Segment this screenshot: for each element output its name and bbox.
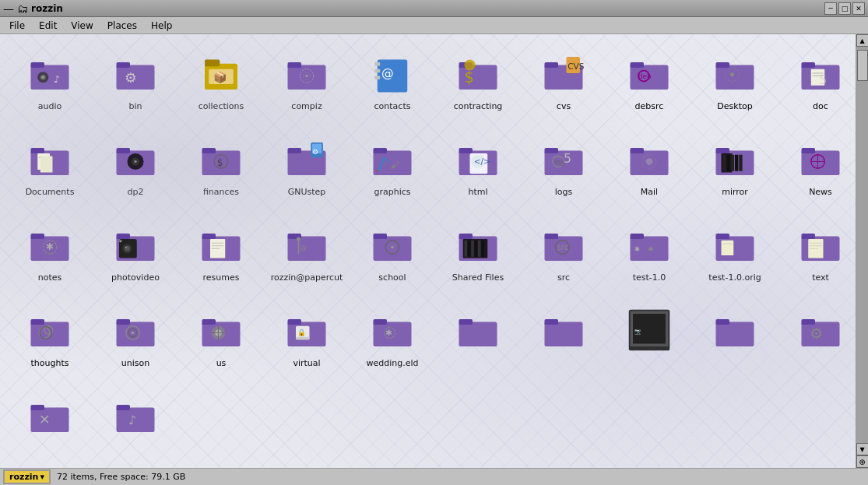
title-bar-controls: ─ □ ✕ (824, 2, 865, 15)
svg-rect-190 (31, 405, 45, 410)
file-item-virtual[interactable]: 🔒virtual (265, 299, 349, 385)
svg-rect-88 (727, 155, 730, 171)
file-icon-src: src (539, 220, 589, 269)
file-item-graphics[interactable]: 🖌graphics (350, 128, 434, 213)
scrollbar-thumb[interactable] (857, 50, 868, 81)
location-dropdown-icon[interactable]: ▾ (40, 472, 44, 482)
window-collapse-icon[interactable]: — (3, 2, 14, 15)
file-item-bottom7[interactable]: ♪ (93, 385, 177, 460)
file-item-doc[interactable]: 5doc (778, 42, 856, 128)
maximize-button[interactable]: □ (838, 2, 851, 15)
file-icon-compiz (282, 48, 332, 98)
minimize-button[interactable]: ─ (824, 2, 837, 15)
file-icon-Desktop (710, 48, 760, 98)
file-item-contacts[interactable]: @contacts (350, 42, 434, 128)
file-icon-doc: 5 (796, 48, 845, 98)
svg-rect-1 (31, 62, 45, 68)
svg-rect-128 (468, 241, 471, 257)
svg-rect-114 (288, 237, 326, 262)
file-item-rozzin-papercut[interactable]: @rozzin@papercut (265, 213, 349, 299)
file-item-bottom5[interactable]: ⚙ (778, 299, 856, 385)
file-item-notes[interactable]: ✱notes (8, 213, 92, 299)
menu-places[interactable]: Places (101, 19, 143, 33)
svg-rect-130 (475, 241, 478, 257)
file-item-compiz[interactable]: compiz (265, 42, 349, 128)
file-item-wedding.eld[interactable]: ✱wedding.eld (350, 299, 434, 385)
file-item-mirror[interactable]: mirror (693, 128, 777, 213)
file-label-photovideo: photovideo (111, 272, 160, 283)
svg-text:$: $ (217, 157, 223, 168)
file-label-debsrc: debsrc (635, 101, 664, 111)
svg-rect-21 (374, 76, 380, 79)
svg-rect-65 (374, 148, 388, 153)
svg-text:log: log (554, 158, 564, 166)
location-button[interactable]: rozzin ▾ (3, 469, 51, 484)
svg-rect-157 (117, 319, 131, 325)
file-item-GNUstep[interactable]: ⚙GNUstep (265, 128, 349, 213)
file-item-bin[interactable]: ⚙bin (93, 42, 177, 128)
file-item-bottom4[interactable] (693, 299, 777, 385)
file-label-us: us (216, 358, 227, 368)
file-label-html: html (468, 187, 487, 197)
file-item-finances[interactable]: $finances (179, 128, 263, 213)
file-item-logs[interactable]: log 5logs (522, 128, 606, 213)
file-item-bottom2[interactable] (522, 299, 606, 385)
file-item-src[interactable]: srcsrc (522, 213, 606, 299)
window-icon: 🗂 (17, 2, 28, 15)
file-icon-bottom6: ✕ (25, 391, 75, 441)
scroll-down-button[interactable]: ▼ (856, 443, 869, 455)
svg-rect-40 (802, 62, 816, 68)
file-icon-logs: log 5 (539, 134, 589, 184)
file-item-dp2[interactable]: dp2 (93, 128, 177, 213)
file-label-mirror: mirror (722, 187, 748, 197)
file-item-test-1.0[interactable]: ✱ ✱test-1.0 (607, 213, 691, 299)
file-label-notes: notes (38, 272, 62, 283)
location-label: rozzin (9, 472, 38, 482)
scroll-up-button[interactable]: ▲ (856, 34, 869, 47)
scrollbar-track[interactable] (856, 47, 868, 443)
menu-help[interactable]: Help (145, 19, 178, 33)
file-grid: ♪audio ⚙bin 📦collections compiz @contact… (0, 34, 856, 468)
file-item-unison[interactable]: unison (93, 299, 177, 385)
file-item-text[interactable]: text (778, 213, 856, 299)
file-item-resumes[interactable]: resumes (179, 213, 263, 299)
file-item-contracting[interactable]: $ contracting (436, 42, 520, 128)
file-item-Desktop[interactable]: Desktop (693, 42, 777, 128)
file-item-school[interactable]: school (350, 213, 434, 299)
file-item-thoughts[interactable]: thoughts (8, 299, 92, 385)
file-item-html[interactable]: </>html (436, 128, 520, 213)
file-icon-bin: ⚙ (111, 48, 160, 98)
svg-text:✱: ✱ (648, 245, 653, 253)
svg-rect-87 (722, 155, 726, 171)
file-label-Shared-Files: Shared Files (452, 272, 504, 283)
file-icon-debsrc: deb (624, 48, 674, 98)
file-label-logs: logs (555, 187, 573, 197)
menu-edit[interactable]: Edit (33, 19, 63, 33)
file-item-bottom1[interactable] (436, 299, 520, 385)
file-item-Documents[interactable]: Documents (8, 128, 92, 213)
file-icon-contracting: $ (453, 48, 503, 98)
file-item-Shared-Files[interactable]: Shared Files (436, 213, 520, 299)
file-item-debsrc[interactable]: debdebsrc (607, 42, 691, 128)
menu-file[interactable]: File (3, 19, 31, 33)
svg-rect-35 (716, 65, 754, 90)
file-item-audio[interactable]: ♪audio (8, 42, 92, 128)
file-label-doc: doc (813, 101, 828, 111)
file-item-cvs[interactable]: CVScvs (522, 42, 606, 128)
file-item-bottom6[interactable]: ✕ (8, 385, 92, 460)
file-item-us[interactable]: us (179, 299, 263, 385)
file-label-unison: unison (121, 358, 149, 368)
svg-rect-138 (631, 234, 645, 239)
svg-rect-168 (288, 319, 302, 325)
file-item-Mail[interactable]: Mail (607, 128, 691, 213)
file-icon-dp2 (111, 134, 160, 184)
menu-view[interactable]: View (65, 19, 99, 33)
close-button[interactable]: ✕ (852, 2, 865, 15)
file-item-bottom3[interactable]: 📷 (607, 299, 691, 385)
svg-rect-71 (459, 148, 473, 153)
file-item-test-1.0.orig[interactable]: test-1.0.orig (693, 213, 777, 299)
file-item-photovideo[interactable]: photovideo (93, 213, 177, 299)
svg-rect-125 (459, 234, 473, 239)
file-item-News[interactable]: News (778, 128, 856, 213)
file-item-collections[interactable]: 📦collections (179, 42, 263, 128)
